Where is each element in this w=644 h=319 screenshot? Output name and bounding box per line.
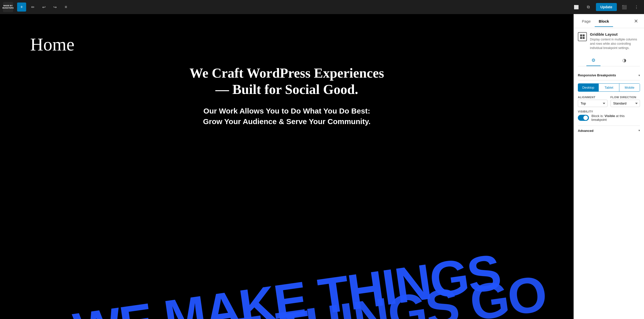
tab-block[interactable]: Block bbox=[595, 15, 613, 27]
advanced-chevron: ▴ bbox=[638, 129, 640, 133]
preview-button[interactable]: ⧉ bbox=[584, 3, 593, 12]
alignment-flow-row: ALIGNMENT Top Middle Bottom FLOW DIRECTI… bbox=[578, 96, 640, 107]
settings-tabs: ⚙ ◑ bbox=[578, 55, 640, 66]
toolbar-left: MADE BY MUNSTERS + ✏ ↩ ↪ ≡ bbox=[3, 2, 70, 12]
settings-tab-gear[interactable]: ⚙ bbox=[586, 55, 600, 66]
grid-cell-4 bbox=[583, 37, 585, 39]
toggle-track bbox=[578, 115, 589, 121]
advanced-header[interactable]: Advanced ▴ bbox=[578, 129, 640, 133]
flow-label: FLOW DIRECTION bbox=[611, 96, 640, 99]
alignment-group: ALIGNMENT Top Middle Bottom bbox=[578, 96, 608, 107]
update-button[interactable]: Update bbox=[596, 3, 617, 11]
block-name: Gridible Layout bbox=[590, 32, 640, 36]
toolbar: MADE BY MUNSTERS + ✏ ↩ ↪ ≡ ⬜ ⧉ Update ⬛ … bbox=[0, 0, 644, 14]
tab-page[interactable]: Page bbox=[578, 15, 595, 27]
more-options-button[interactable]: ⋮ bbox=[632, 3, 641, 12]
block-meta: Gridible Layout Display content in multi… bbox=[590, 32, 640, 50]
advanced-section: Advanced ▴ bbox=[578, 126, 640, 133]
panel-tabs: Page Block bbox=[578, 15, 632, 27]
add-block-button[interactable]: + bbox=[17, 3, 26, 12]
breakpoint-tablet[interactable]: Tablet bbox=[599, 84, 619, 91]
flow-group: FLOW DIRECTION Standard Reverse bbox=[611, 96, 640, 107]
page-title: Home bbox=[30, 34, 74, 55]
visibility-text: Block is: Visible at this breakpoint bbox=[591, 114, 640, 122]
sidebar-panel: Page Block ✕ Gridible Layout bbox=[574, 14, 644, 319]
visibility-label: VISIBILITY bbox=[578, 110, 640, 113]
hero-subtext: Our Work Allows You to Do What You Do Be… bbox=[203, 106, 371, 127]
close-panel-button[interactable]: ✕ bbox=[632, 17, 640, 25]
visibility-section: VISIBILITY Block is: Visible at this bre… bbox=[578, 110, 640, 122]
hero-heading: We Craft WordPress Experiences— Built fo… bbox=[189, 65, 384, 98]
list-view-button[interactable]: ≡ bbox=[61, 3, 70, 12]
desktop-view-button[interactable]: ⬜ bbox=[572, 3, 581, 12]
panel-header: Page Block ✕ bbox=[574, 14, 644, 28]
redo-button[interactable]: ↪ bbox=[50, 3, 59, 12]
advanced-title: Advanced bbox=[578, 129, 593, 133]
block-info: Gridible Layout Display content in multi… bbox=[578, 32, 640, 50]
block-icon-grid bbox=[580, 34, 585, 39]
settings-toggle-button[interactable]: ⬛ bbox=[620, 3, 629, 12]
visibility-toggle[interactable] bbox=[578, 115, 589, 121]
breakpoints-chevron: ▾ bbox=[638, 74, 640, 77]
block-desc: Display content in multiple columns and … bbox=[590, 37, 640, 50]
alignment-select[interactable]: Top Middle Bottom bbox=[578, 100, 608, 107]
toolbar-right: ⬜ ⧉ Update ⬛ ⋮ bbox=[572, 3, 641, 12]
toggle-thumb bbox=[583, 116, 588, 120]
main-layout: Home We Craft WordPress Experiences— Bui… bbox=[0, 14, 644, 319]
alignment-label: ALIGNMENT bbox=[578, 96, 608, 99]
breakpoint-buttons: Desktop Tablet Mobile bbox=[578, 83, 640, 92]
logo: MADE BY MUNSTERS bbox=[3, 2, 13, 12]
grid-cell-3 bbox=[580, 37, 582, 39]
grid-cell-1 bbox=[580, 34, 582, 36]
breakpoint-desktop[interactable]: Desktop bbox=[578, 84, 599, 91]
visibility-row: Block is: Visible at this breakpoint bbox=[578, 114, 640, 122]
logo-text: MADE BY MUNSTERS bbox=[3, 5, 14, 9]
panel-body: Gridible Layout Display content in multi… bbox=[574, 28, 644, 319]
canvas-area: Home We Craft WordPress Experiences— Bui… bbox=[0, 14, 574, 319]
flow-select[interactable]: Standard Reverse bbox=[611, 100, 640, 107]
edit-button[interactable]: ✏ bbox=[28, 3, 37, 12]
block-icon bbox=[578, 32, 587, 41]
breakpoints-title: Responsive Breakpoints bbox=[578, 73, 616, 77]
canvas-content: Home We Craft WordPress Experiences— Bui… bbox=[0, 14, 574, 319]
breakpoints-section-header[interactable]: Responsive Breakpoints ▾ bbox=[578, 70, 640, 80]
undo-button[interactable]: ↩ bbox=[39, 3, 48, 12]
settings-tab-contrast[interactable]: ◑ bbox=[617, 55, 631, 66]
grid-cell-2 bbox=[583, 34, 585, 36]
breakpoint-mobile[interactable]: Mobile bbox=[619, 84, 640, 91]
